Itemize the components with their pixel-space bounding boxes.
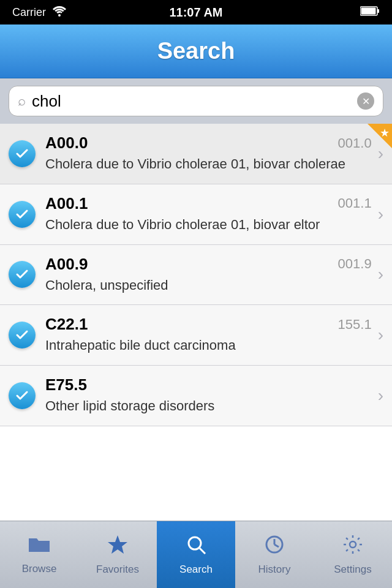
tab-label-settings: Settings	[334, 564, 371, 576]
result-content: C22.1 155.1 Intrahepatic bile duct carci…	[45, 315, 372, 355]
result-content: E75.5 Other lipid storage disorders	[45, 375, 372, 416]
status-left: Carrier	[12, 6, 67, 20]
result-header: A00.1 001.1	[45, 194, 372, 213]
settings-icon	[342, 534, 363, 560]
search-bar-container: ⌕ chol ✕	[0, 78, 392, 124]
list-item[interactable]: A00.1 001.1 Cholera due to Vibrio choler…	[0, 184, 392, 245]
nav-bar: Search	[0, 24, 392, 78]
check-circle	[9, 322, 36, 349]
result-header: E75.5	[45, 375, 372, 394]
search-clear-button[interactable]: ✕	[357, 92, 374, 110]
check-circle	[9, 140, 36, 167]
tab-settings[interactable]: Settings	[314, 521, 392, 588]
search-input[interactable]: chol	[32, 92, 351, 111]
tab-browse[interactable]: Browse	[0, 521, 78, 588]
svg-point-10	[350, 541, 356, 548]
clear-icon: ✕	[362, 96, 370, 107]
result-code: A00.1	[45, 194, 88, 213]
star-icon	[107, 534, 128, 560]
list-item[interactable]: A00.0 001.0 Cholera due to Vibrio choler…	[0, 124, 392, 184]
chevron-right-icon: ›	[378, 325, 383, 345]
result-description: Other lipid storage disorders	[45, 398, 214, 413]
result-description: Cholera due to Vibrio cholerae 01, biova…	[45, 217, 320, 232]
carrier-label: Carrier	[12, 6, 46, 19]
result-header: A00.0 001.0	[45, 134, 372, 153]
star-badge: ★	[365, 124, 392, 151]
wifi-icon	[52, 6, 67, 20]
svg-line-6	[200, 548, 205, 554]
status-right	[360, 6, 380, 20]
result-code: C22.1	[45, 315, 88, 334]
check-circle	[9, 201, 36, 228]
svg-rect-3	[361, 7, 376, 14]
tab-bar: Browse Favorites Search History Settings	[0, 521, 392, 588]
result-alt-code: 155.1	[338, 317, 372, 333]
tab-favorites[interactable]: Favorites	[78, 521, 157, 588]
result-code: A00.9	[45, 255, 88, 274]
tab-label-browse: Browse	[22, 563, 57, 575]
result-description: Intrahepatic bile duct carcinoma	[45, 337, 236, 353]
battery-icon	[360, 6, 380, 20]
svg-marker-4	[108, 535, 127, 554]
star-icon: ★	[380, 126, 390, 140]
svg-line-9	[274, 545, 279, 547]
page-title: Search	[157, 38, 235, 64]
list-item[interactable]: C22.1 155.1 Intrahepatic bile duct carci…	[0, 305, 392, 366]
result-content: A00.9 001.9 Cholera, unspecified	[45, 255, 372, 295]
chevron-right-icon: ›	[378, 386, 383, 405]
tab-label-favorites: Favorites	[96, 564, 139, 576]
check-circle	[9, 261, 36, 288]
search-bar[interactable]: ⌕ chol ✕	[9, 86, 383, 116]
result-header: C22.1 155.1	[45, 315, 372, 334]
result-alt-code: 001.9	[338, 256, 372, 272]
check-circle	[9, 382, 36, 409]
tab-label-history: History	[258, 564, 291, 576]
result-code: E75.5	[45, 375, 87, 394]
results-list: A00.0 001.0 Cholera due to Vibrio choler…	[0, 124, 392, 521]
chevron-right-icon: ›	[378, 205, 383, 224]
search-icon	[186, 534, 206, 560]
result-content: A00.1 001.1 Cholera due to Vibrio choler…	[45, 194, 372, 235]
svg-point-5	[189, 537, 201, 549]
result-header: A00.9 001.9	[45, 255, 372, 274]
result-description: Cholera due to Vibrio cholerae 01, biova…	[45, 156, 345, 172]
result-description: Cholera, unspecified	[45, 277, 168, 293]
tab-label-search: Search	[179, 564, 213, 576]
status-time: 11:07 AM	[169, 6, 222, 20]
list-item[interactable]: A00.9 001.9 Cholera, unspecified ›	[0, 245, 392, 306]
tab-search[interactable]: Search	[157, 521, 235, 588]
folder-icon	[28, 535, 51, 559]
svg-rect-2	[377, 9, 379, 13]
result-alt-code: 001.1	[338, 195, 372, 211]
clock-icon	[264, 534, 285, 560]
list-item[interactable]: E75.5 Other lipid storage disorders ›	[0, 366, 392, 426]
tab-history[interactable]: History	[235, 521, 314, 588]
result-content: A00.0 001.0 Cholera due to Vibrio choler…	[45, 134, 372, 174]
search-icon: ⌕	[18, 93, 26, 109]
status-bar: Carrier 11:07 AM	[0, 0, 392, 24]
svg-point-0	[58, 14, 61, 17]
chevron-right-icon: ›	[378, 265, 383, 284]
result-code: A00.0	[45, 134, 88, 153]
